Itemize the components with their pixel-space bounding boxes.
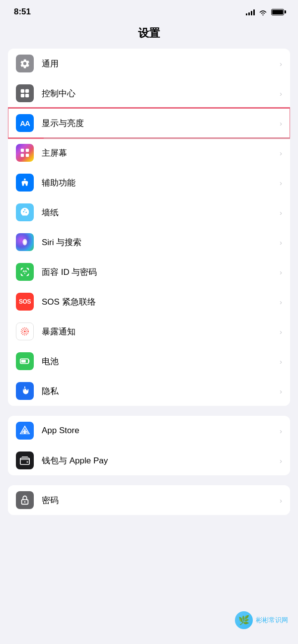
sos-icon: SOS — [16, 293, 34, 311]
page-title: 设置 — [0, 21, 298, 49]
row-yinsi[interactable]: 隐私 › — [8, 376, 290, 406]
mima-chevron: › — [280, 496, 282, 505]
row-kongzhi[interactable]: 控制中心 › — [8, 78, 290, 108]
kongzhi-icon — [16, 84, 34, 102]
svg-rect-17 — [21, 360, 26, 363]
svg-point-8 — [24, 179, 26, 181]
svg-point-12 — [25, 270, 26, 271]
svg-rect-2 — [21, 94, 24, 97]
wallet-icon — [16, 451, 34, 469]
appstore-chevron: › — [280, 427, 282, 435]
svg-point-10 — [24, 240, 26, 244]
svg-rect-7 — [26, 154, 29, 157]
status-time: 8:51 — [14, 7, 31, 17]
row-baolu[interactable]: 暴露通知 › — [8, 317, 290, 346]
xianshi-icon: AA — [16, 114, 34, 132]
svg-point-11 — [23, 270, 24, 271]
svg-rect-3 — [25, 94, 29, 97]
qiangzhi-chevron: › — [280, 208, 282, 217]
status-icons — [246, 9, 284, 15]
xianshi-chevron: › — [280, 119, 282, 128]
xianshi-label: 显示与亮度 — [42, 118, 276, 129]
svg-rect-0 — [21, 89, 24, 93]
diandian-chevron: › — [280, 357, 282, 366]
sos-chevron: › — [280, 298, 282, 306]
mianrong-chevron: › — [280, 268, 282, 276]
settings-group-3: 密码 › — [8, 485, 290, 515]
kongzhi-chevron: › — [280, 89, 282, 98]
qiangzhi-label: 墙纸 — [42, 207, 276, 218]
row-siri[interactable]: Siri 与搜索 › — [8, 227, 290, 257]
diandian-icon — [16, 352, 34, 370]
appstore-icon — [16, 422, 34, 440]
settings-group-2: App Store › 钱包与 Apple Pay › — [8, 416, 290, 475]
row-qiangzhi[interactable]: 墙纸 › — [8, 197, 290, 227]
watermark: 🌿 彬彬常识网 — [235, 611, 288, 629]
yinsi-icon — [16, 382, 34, 400]
wifi-icon — [259, 9, 267, 15]
fuzhu-icon — [16, 174, 34, 192]
watermark-logo: 🌿 — [235, 611, 253, 629]
wallet-chevron: › — [280, 456, 282, 465]
wallet-label: 钱包与 Apple Pay — [42, 455, 276, 466]
kongzhi-label: 控制中心 — [42, 88, 276, 99]
mima-icon — [16, 491, 34, 509]
siri-label: Siri 与搜索 — [42, 237, 276, 248]
row-tongyong[interactable]: 通用 › — [8, 49, 290, 78]
mianrong-label: 面容 ID 与密码 — [42, 266, 276, 278]
row-sos[interactable]: SOS SOS 紧急联络 › — [8, 287, 290, 317]
status-bar: 8:51 — [0, 0, 298, 21]
row-mianrong[interactable]: 面容 ID 与密码 › — [8, 257, 290, 287]
svg-point-13 — [24, 330, 26, 332]
watermark-text: 彬彬常识网 — [256, 616, 288, 625]
fuzhu-chevron: › — [280, 179, 282, 187]
row-appstore[interactable]: App Store › — [8, 416, 290, 446]
battery-status-icon — [271, 9, 284, 15]
mima-label: 密码 — [42, 495, 276, 506]
row-diandian[interactable]: 电池 › — [8, 346, 290, 376]
baolu-label: 暴露通知 — [42, 326, 276, 337]
signal-icon — [246, 9, 255, 15]
baolu-chevron: › — [280, 327, 282, 336]
yinsi-chevron: › — [280, 387, 282, 395]
fuzhu-label: 辅助功能 — [42, 177, 276, 189]
baolu-icon — [16, 322, 34, 340]
zhupingmu-chevron: › — [280, 149, 282, 157]
qiangzhi-icon — [16, 203, 34, 221]
siri-icon — [16, 233, 34, 251]
row-fuzhu[interactable]: 辅助功能 › — [8, 168, 290, 197]
row-mima[interactable]: 密码 › — [8, 485, 290, 515]
mianrong-icon — [16, 263, 34, 281]
tongyong-label: 通用 — [42, 58, 276, 69]
diandian-label: 电池 — [42, 356, 276, 367]
zhupingmu-label: 主屏幕 — [42, 147, 276, 159]
svg-rect-5 — [26, 149, 29, 152]
tongyong-chevron: › — [280, 60, 282, 68]
sos-label: SOS 紧急联络 — [42, 296, 276, 308]
row-zhupingmu[interactable]: 主屏幕 › — [8, 138, 290, 168]
siri-chevron: › — [280, 238, 282, 247]
svg-point-20 — [24, 501, 26, 503]
yinsi-label: 隐私 — [42, 386, 276, 397]
row-xianshi[interactable]: AA 显示与亮度 › — [8, 108, 290, 138]
svg-rect-6 — [21, 154, 24, 157]
svg-rect-1 — [25, 89, 29, 93]
zhupingmu-icon — [16, 144, 34, 162]
row-wallet[interactable]: 钱包与 Apple Pay › — [8, 446, 290, 475]
svg-rect-4 — [21, 149, 24, 152]
appstore-label: App Store — [42, 426, 276, 436]
settings-group-1: 通用 › 控制中心 › AA 显示与亮度 › — [8, 49, 290, 406]
tongyong-icon — [16, 55, 34, 72]
